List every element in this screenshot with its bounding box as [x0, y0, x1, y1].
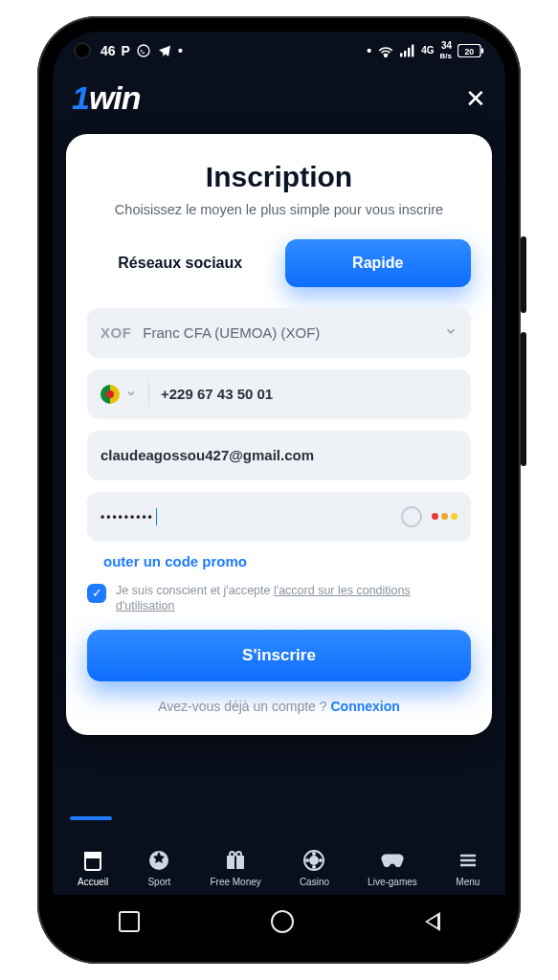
svg-rect-5	[412, 45, 413, 57]
tabbar-item-home[interactable]: Accueil	[78, 848, 108, 887]
svg-rect-15	[234, 856, 236, 869]
screen: 46 P • •	[53, 32, 505, 948]
gamepad-icon	[380, 848, 405, 873]
password-strength	[432, 513, 458, 520]
nav-back-button[interactable]	[425, 912, 440, 931]
password-mask: •••••••••	[100, 510, 154, 523]
page-title: Inscription	[87, 161, 471, 193]
logo: 1win	[72, 79, 141, 117]
status-more: •	[178, 43, 183, 58]
status-time: 46	[100, 43, 116, 58]
country-flag-icon	[100, 385, 120, 404]
signup-method-tabs: Réseaux sociaux Rapide	[87, 239, 471, 287]
currency-select[interactable]: XOF Franc CFA (UEMOA) (XOF)	[87, 308, 471, 358]
tabbar-item-casino[interactable]: Casino	[300, 848, 329, 887]
tabbar-item-sport[interactable]: Sport	[146, 848, 171, 887]
hotspot-icon	[377, 44, 394, 57]
sport-icon	[146, 848, 171, 873]
casino-icon	[301, 848, 326, 873]
telegram-icon	[157, 43, 172, 58]
email-field[interactable]: claudeagossou427@gmail.com	[87, 431, 471, 480]
phone-value: +229 67 43 50 01	[161, 386, 458, 402]
chevron-down-icon	[444, 324, 458, 341]
battery-icon: 20	[458, 44, 484, 57]
svg-rect-4	[408, 48, 410, 57]
nav-home-button[interactable]	[271, 910, 294, 933]
chevron-down-icon[interactable]	[125, 386, 137, 402]
svg-rect-7	[481, 48, 483, 53]
network-type: 4G	[421, 46, 434, 56]
svg-point-0	[138, 45, 149, 56]
signup-button[interactable]: S'inscrire	[87, 630, 471, 681]
tabbar-label: Free Money	[210, 877, 260, 887]
consent-text: Je suis conscient et j'accepte l'accord …	[116, 583, 471, 615]
consent-row: ✓ Je suis conscient et j'accepte l'accor…	[87, 583, 471, 615]
tabbar-item-live-games[interactable]: Live-games	[368, 848, 417, 887]
app-header: 1win ✕	[53, 66, 505, 126]
status-letter: P	[122, 43, 130, 58]
currency-label: Franc CFA (UEMOA) (XOF)	[143, 324, 444, 341]
promo-code-link[interactable]: Ajouter un code promo	[89, 553, 471, 569]
svg-point-17	[236, 852, 241, 857]
svg-point-1	[385, 55, 387, 56]
status-bar: 46 P • •	[53, 32, 505, 66]
home-icon	[80, 848, 105, 873]
login-link[interactable]: Connexion	[330, 699, 399, 714]
svg-point-16	[230, 852, 234, 857]
annotation-arrow	[53, 32, 54, 33]
svg-point-22	[306, 859, 308, 861]
signal-icon	[400, 44, 415, 57]
eye-icon[interactable]	[401, 506, 422, 527]
svg-rect-11	[85, 853, 100, 858]
tabbar-label: Menu	[456, 877, 480, 887]
svg-point-21	[313, 866, 315, 868]
phone-side-button	[521, 332, 526, 466]
email-value: claudeagossou427@gmail.com	[100, 447, 458, 463]
signup-card: Inscription Choisissez le moyen le plus …	[66, 134, 492, 735]
tab-quick[interactable]: Rapide	[285, 239, 472, 287]
network-speed: 34B/s	[440, 41, 452, 60]
gift-icon	[223, 848, 248, 873]
page-subtitle: Choisissez le moyen le plus simple pour …	[87, 201, 471, 220]
svg-point-19	[310, 857, 318, 864]
tab-social[interactable]: Réseaux sociaux	[87, 239, 274, 287]
phone-field[interactable]: +229 67 43 50 01	[87, 369, 471, 419]
divider	[148, 382, 149, 407]
system-nav-bar	[53, 895, 505, 948]
bottom-tabbar: Accueil Sport Free Money	[53, 813, 505, 895]
consent-checkbox[interactable]: ✓	[87, 584, 106, 603]
tabbar-item-menu[interactable]: Menu	[456, 848, 480, 887]
whatsapp-icon	[136, 43, 151, 58]
tabbar-item-free-money[interactable]: Free Money	[210, 848, 260, 887]
tabbar-label: Sport	[147, 877, 170, 887]
svg-point-20	[313, 853, 315, 855]
svg-rect-3	[404, 51, 406, 56]
menu-icon	[456, 848, 480, 873]
svg-point-23	[320, 859, 322, 861]
phone-frame: 46 P • •	[37, 16, 521, 964]
tabbar-label: Live-games	[368, 877, 417, 887]
svg-rect-2	[400, 53, 402, 56]
login-line: Avez-vous déjà un compte ? Connexion	[87, 699, 471, 714]
svg-text:20: 20	[464, 47, 474, 56]
phone-side-button	[521, 236, 526, 313]
status-dot: •	[367, 43, 371, 58]
nav-recents-button[interactable]	[119, 911, 140, 932]
close-button[interactable]: ✕	[465, 86, 486, 111]
front-camera	[74, 42, 91, 59]
text-cursor	[156, 508, 157, 525]
password-field[interactable]: •••••••••	[87, 492, 471, 542]
currency-code: XOF	[100, 324, 131, 341]
tabbar-label: Accueil	[78, 877, 108, 887]
tabbar-label: Casino	[300, 877, 329, 887]
